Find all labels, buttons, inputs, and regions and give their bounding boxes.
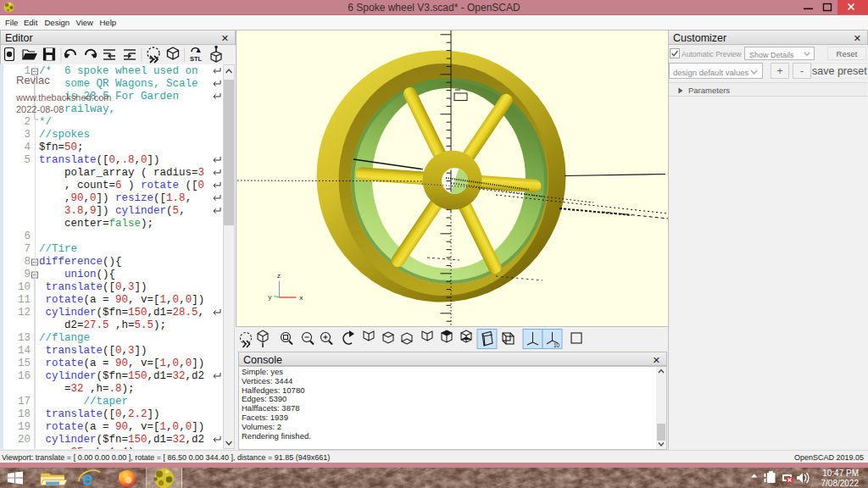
svg-text:x: x xyxy=(299,294,303,302)
svg-text:z: z xyxy=(277,272,281,280)
svg-text:STL: STL xyxy=(190,55,203,63)
svg-text:y: y xyxy=(268,293,272,301)
svg-text:10: 10 xyxy=(554,342,560,348)
